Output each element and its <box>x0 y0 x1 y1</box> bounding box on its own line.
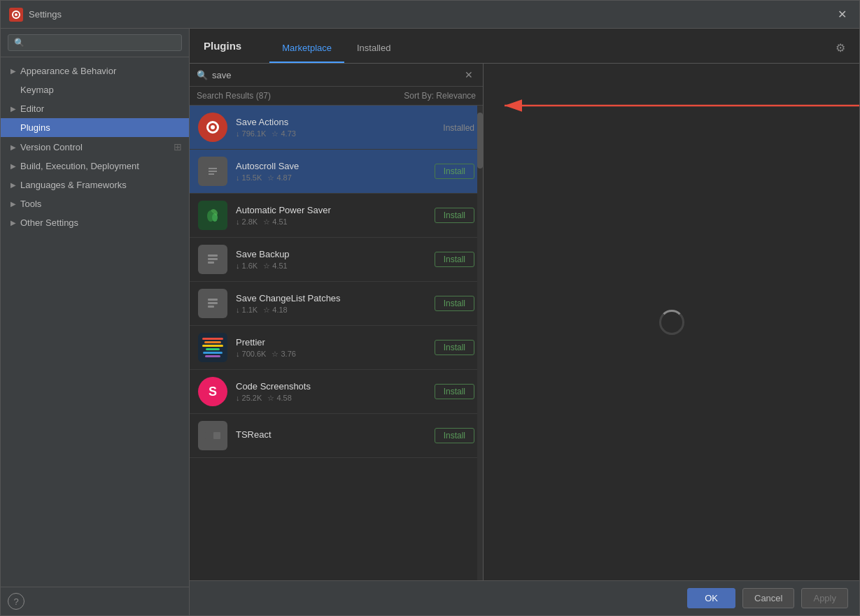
search-clear-button[interactable]: ✕ <box>462 69 476 80</box>
sidebar-item-label: Tools <box>20 199 41 209</box>
plugin-item-code-screenshots[interactable]: S Code Screenshots 25.2K 4.58 Install <box>190 370 483 414</box>
plugin-info-save-actions: Save Actions 796.1K 4.73 <box>236 117 435 138</box>
plugin-action-prettier[interactable]: Install <box>435 340 474 355</box>
sidebar-item-label: Editor <box>20 103 44 114</box>
window-title: Settings <box>29 9 833 20</box>
plugin-item-save-changelist[interactable]: Save ChangeList Patches 1.1K 4.18 Instal… <box>190 282 483 326</box>
plugin-action-power-saver[interactable]: Install <box>435 208 474 223</box>
plugin-icon-autoscroll <box>198 157 227 186</box>
plugin-info-prettier: Prettier 700.6K 3.76 <box>236 337 426 359</box>
sidebar-item-build[interactable]: ▶ Build, Execution, Deployment <box>1 157 189 176</box>
install-button[interactable]: Install <box>435 384 474 399</box>
svg-rect-4 <box>209 168 217 169</box>
plugin-item-autoscroll-save[interactable]: Autoscroll Save 15.5K 4.87 Install <box>190 150 483 194</box>
plugin-action-code-screenshots[interactable]: Install <box>435 384 474 399</box>
sidebar-item-languages[interactable]: ▶ Languages & Frameworks <box>1 176 189 194</box>
plugin-item-prettier[interactable]: Prettier 700.6K 3.76 Install <box>190 326 483 370</box>
sidebar-item-other[interactable]: ▶ Other Settings <box>1 213 189 232</box>
sidebar-items-list: ▶ Appearance & Behavior Keymap ▶ Editor … <box>1 57 189 587</box>
install-button[interactable]: Install <box>435 340 474 355</box>
sidebar-search-input[interactable] <box>8 34 182 51</box>
sidebar-item-plugins[interactable]: Plugins <box>1 118 189 137</box>
chevron-icon: ▶ <box>10 67 16 75</box>
plugin-rating: 3.76 <box>272 350 295 359</box>
svg-rect-10 <box>208 255 218 257</box>
plugin-downloads: 25.2K <box>236 394 262 402</box>
plugin-rating: 4.51 <box>263 217 287 227</box>
plugin-info-code-screenshots: Code Screenshots 25.2K 4.58 <box>236 381 426 403</box>
plugin-rating: 4.58 <box>267 394 291 403</box>
gear-button[interactable]: ⚙ <box>836 41 845 63</box>
sidebar-item-keymap[interactable]: Keymap <box>1 80 189 99</box>
ok-button[interactable]: OK <box>687 588 735 608</box>
chevron-icon: ▶ <box>10 200 16 208</box>
plugin-name: TSReact <box>236 429 426 440</box>
plugin-action-save-backup[interactable]: Install <box>435 252 474 267</box>
plugins-header: Plugins Marketplace Installed ⚙ <box>190 29 859 64</box>
sidebar-search-area <box>1 29 189 57</box>
sidebar-item-editor[interactable]: ▶ Editor <box>1 99 189 118</box>
svg-rect-17 <box>205 432 212 439</box>
svg-rect-11 <box>208 258 218 260</box>
plugin-downloads: 15.5K <box>236 173 262 182</box>
svg-rect-18 <box>213 432 220 439</box>
plugin-meta: 2.8K 4.51 <box>236 217 426 227</box>
install-button[interactable]: Install <box>435 164 474 179</box>
sidebar-item-label: Version Control <box>20 142 83 152</box>
apply-button[interactable]: Apply <box>801 588 848 608</box>
plugin-action-save-changelist[interactable]: Install <box>435 296 474 311</box>
sidebar-item-label: Other Settings <box>20 217 78 228</box>
plugin-info-save-changelist: Save ChangeList Patches 1.1K 4.18 <box>236 293 426 315</box>
plugin-item-tsreact[interactable]: TSReact Install <box>190 414 483 458</box>
plugin-item-power-saver[interactable]: Automatic Power Saver 2.8K 4.51 Install <box>190 194 483 238</box>
right-panel: Plugins Marketplace Installed ⚙ 🔍 <box>190 29 859 615</box>
results-bar: Search Results (87) Sort By: Relevance <box>190 87 483 106</box>
tab-marketplace[interactable]: Marketplace <box>269 37 344 63</box>
results-count: Search Results (87) <box>197 91 271 101</box>
plugin-action-save-actions: Installed <box>443 122 474 133</box>
titlebar: Settings ✕ <box>1 1 859 29</box>
install-button[interactable]: Install <box>435 252 474 267</box>
loading-spinner <box>659 310 684 335</box>
plugin-meta: 1.6K 4.51 <box>236 262 426 271</box>
cancel-button[interactable]: Cancel <box>742 588 794 608</box>
tab-installed[interactable]: Installed <box>344 37 403 63</box>
sidebar-item-label: Keymap <box>20 85 54 95</box>
installed-badge: Installed <box>443 123 474 133</box>
plugin-icon-code-screenshots: S <box>198 377 227 406</box>
svg-rect-12 <box>208 262 214 264</box>
sidebar: ▶ Appearance & Behavior Keymap ▶ Editor … <box>1 29 190 615</box>
install-button[interactable]: Install <box>435 208 474 223</box>
sidebar-item-label: Plugins <box>20 122 50 133</box>
plugin-rating: 4.87 <box>267 173 291 182</box>
plugin-search-input[interactable] <box>212 70 462 80</box>
plugin-icon-save-backup <box>198 245 227 274</box>
plugin-item-save-actions[interactable]: Save Actions 796.1K 4.73 Installed <box>190 106 483 150</box>
plugin-info-save-backup: Save Backup 1.6K 4.51 <box>236 249 426 271</box>
plugin-meta: 700.6K 3.76 <box>236 350 426 359</box>
plugin-action-tsreact[interactable]: Install <box>435 428 474 443</box>
install-button[interactable]: Install <box>435 296 474 311</box>
plugin-name: Prettier <box>236 337 426 348</box>
close-button[interactable]: ✕ <box>833 6 851 22</box>
scrollbar-track <box>477 106 483 580</box>
plugin-action-autoscroll[interactable]: Install <box>435 164 474 179</box>
sidebar-item-appearance[interactable]: ▶ Appearance & Behavior <box>1 62 189 80</box>
sidebar-item-version-control[interactable]: ▶ Version Control ⊞ <box>1 137 189 157</box>
scrollbar-thumb[interactable] <box>477 113 483 169</box>
app-icon <box>9 8 23 22</box>
help-button[interactable]: ? <box>8 593 24 610</box>
chevron-icon: ▶ <box>10 162 16 170</box>
install-button[interactable]: Install <box>435 428 474 443</box>
plugin-info-autoscroll: Autoscroll Save 15.5K 4.87 <box>236 161 426 182</box>
sidebar-item-tools[interactable]: ▶ Tools <box>1 194 189 213</box>
bottom-bar: OK Cancel Apply <box>190 580 859 615</box>
sort-button[interactable]: Sort By: Relevance <box>404 91 476 101</box>
plugin-item-save-backup[interactable]: Save Backup 1.6K 4.51 Install <box>190 238 483 282</box>
plugin-list-panel: 🔍 ✕ Search Results (87) Sort By: Relevan… <box>190 64 484 580</box>
chevron-icon: ▶ <box>10 219 16 227</box>
detail-panel <box>484 64 859 580</box>
chevron-icon: ▶ <box>10 143 16 151</box>
sidebar-bottom: ? <box>1 587 189 615</box>
plugin-rating: 4.51 <box>263 262 287 271</box>
